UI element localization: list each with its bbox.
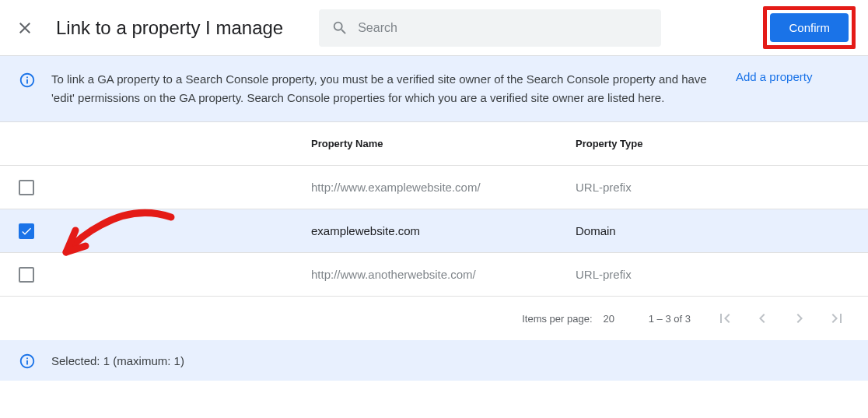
last-page-button[interactable] bbox=[824, 306, 849, 331]
property-name: http://www.anotherwebsite.com/ bbox=[311, 268, 576, 281]
search-input[interactable] bbox=[358, 21, 649, 35]
info-icon bbox=[19, 72, 36, 89]
page-range: 1 – 3 of 3 bbox=[636, 313, 691, 325]
first-page-icon bbox=[716, 309, 734, 328]
add-property-link[interactable]: Add a property bbox=[736, 70, 812, 83]
close-button[interactable] bbox=[6, 9, 44, 47]
selected-banner: Selected: 1 (maximum: 1) bbox=[0, 340, 868, 381]
property-name: http://www.examplewebsite.com/ bbox=[311, 181, 576, 194]
table-header: Property Name Property Type bbox=[0, 122, 868, 166]
selected-count-label: Selected: 1 (maximum: 1) bbox=[51, 354, 184, 367]
row-checkbox[interactable] bbox=[19, 267, 34, 283]
close-icon bbox=[16, 19, 34, 37]
dialog-header: Link to a property I manage Confirm bbox=[0, 0, 868, 55]
row-checkbox[interactable] bbox=[19, 180, 34, 195]
pagination: Items per page: 20 1 – 3 of 3 bbox=[0, 297, 868, 340]
search-icon bbox=[331, 19, 348, 37]
confirm-button[interactable]: Confirm bbox=[770, 13, 849, 42]
info-banner: To link a GA property to a Search Consol… bbox=[0, 55, 868, 122]
info-text: To link a GA property to a Search Consol… bbox=[51, 70, 720, 107]
col-property-name: Property Name bbox=[311, 138, 576, 149]
next-page-button[interactable] bbox=[787, 306, 812, 331]
dialog-title: Link to a property I manage bbox=[56, 17, 283, 39]
info-icon bbox=[19, 353, 36, 370]
search-box[interactable] bbox=[319, 9, 661, 47]
property-type: Domain bbox=[576, 224, 868, 237]
chevron-left-icon bbox=[753, 309, 772, 328]
table-row[interactable]: http://www.anotherwebsite.com/ URL-prefi… bbox=[0, 253, 868, 297]
col-property-type: Property Type bbox=[576, 138, 868, 149]
confirm-highlight: Confirm bbox=[763, 6, 856, 49]
items-per-page-label: Items per page: bbox=[522, 313, 592, 325]
prev-page-button[interactable] bbox=[750, 306, 775, 331]
property-table: Property Name Property Type http://www.e… bbox=[0, 122, 868, 297]
table-row[interactable]: http://www.examplewebsite.com/ URL-prefi… bbox=[0, 166, 868, 209]
table-row[interactable]: examplewebsite.com Domain bbox=[0, 209, 868, 253]
property-type: URL-prefix bbox=[576, 268, 868, 281]
property-type: URL-prefix bbox=[576, 181, 868, 194]
property-name: examplewebsite.com bbox=[311, 224, 576, 237]
last-page-icon bbox=[828, 309, 846, 328]
items-per-page-value[interactable]: 20 bbox=[604, 313, 614, 325]
row-checkbox[interactable] bbox=[19, 223, 34, 239]
first-page-button[interactable] bbox=[712, 306, 737, 331]
chevron-right-icon bbox=[790, 309, 809, 328]
